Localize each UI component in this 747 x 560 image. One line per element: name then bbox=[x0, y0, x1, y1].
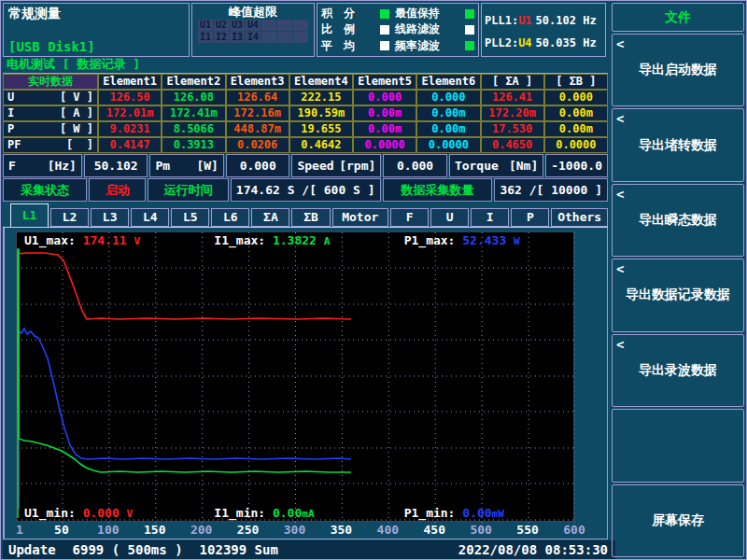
x-axis-ticks: 150100150200250300350400450500550600 bbox=[16, 523, 574, 538]
soft-key-arrow-icon: < bbox=[616, 36, 624, 51]
i1-min-readout: I1_min: 0.00mA bbox=[214, 506, 379, 520]
screen-save-button[interactable]: 屏幕保存 bbox=[612, 484, 744, 557]
tab-l2[interactable]: L2 bbox=[50, 208, 89, 227]
tab-sigma-b[interactable]: ΣB bbox=[291, 208, 330, 227]
x-tick-350: 350 bbox=[331, 523, 352, 538]
tab-i[interactable]: I bbox=[471, 208, 509, 227]
x-tick-150: 150 bbox=[144, 523, 165, 538]
peak-cell-empty bbox=[277, 32, 292, 43]
pll1-frequency: 50.102 Hz bbox=[536, 14, 597, 27]
pll-box: PLL1:U150.102 Hz PLL2:U450.035 Hz bbox=[481, 3, 606, 57]
tab-l3[interactable]: L3 bbox=[91, 208, 129, 227]
indicator-freq-filter: 频率滤波 bbox=[395, 38, 474, 54]
peak-current-row: I1I2I3I4 bbox=[194, 32, 312, 43]
waveform-plot: U1_max: 174.11 V I1_max: 1.3822 A P1_max… bbox=[16, 231, 574, 522]
empty-soft-key[interactable] bbox=[612, 409, 744, 482]
value-i-col3: 190.59m bbox=[289, 105, 353, 121]
tab-l6[interactable]: L6 bbox=[211, 208, 249, 227]
peak-cell-empty bbox=[293, 32, 308, 43]
row-label-u: U[ V ] bbox=[3, 90, 98, 105]
value-p-col7: 0.00m bbox=[544, 121, 608, 137]
speed-label: Speed[rpm] bbox=[291, 154, 381, 177]
column-header-3: Element4 bbox=[289, 74, 353, 90]
export-waveform-record-button[interactable]: <导出录波数据 bbox=[612, 334, 744, 407]
value-pf-col2: 0.0206 bbox=[226, 137, 289, 153]
value-u-col7: 0.000 bbox=[544, 90, 608, 105]
soft-key-arrow-icon: < bbox=[616, 187, 624, 202]
pll2-source: U4 bbox=[518, 36, 531, 49]
export-locked-rotor-data-button[interactable]: <导出堵转数据 bbox=[612, 108, 744, 181]
peak-cell-u1: U1 bbox=[198, 20, 213, 31]
line-filter-lamp bbox=[465, 25, 474, 35]
tab-l4[interactable]: L4 bbox=[131, 208, 169, 227]
tab-others[interactable]: Others bbox=[551, 208, 608, 227]
peak-cell-empty bbox=[261, 32, 276, 43]
max-hold-lamp bbox=[465, 9, 474, 19]
table-corner-realtime-data: 实时数据 bbox=[3, 74, 98, 90]
i1-max-readout: I1_max: 1.3822 A bbox=[214, 233, 379, 247]
tab-l1[interactable]: L1 bbox=[10, 203, 49, 227]
min-labels-row: U1_min: 0.000 V I1_min: 0.00mA P1_min: 0… bbox=[24, 506, 570, 520]
column-header-4: Element5 bbox=[353, 74, 416, 90]
peak-cell-u2: U2 bbox=[214, 20, 229, 31]
value-u-col1: 126.08 bbox=[162, 90, 225, 105]
soft-key-arrow-icon: < bbox=[616, 261, 624, 276]
x-tick-400: 400 bbox=[377, 523, 399, 538]
waveform-canvas bbox=[17, 232, 575, 523]
value-u-col4: 0.000 bbox=[353, 90, 416, 105]
torque-value: -1000.0 bbox=[545, 154, 608, 177]
trace-p1 bbox=[19, 329, 351, 509]
average-lamp bbox=[380, 41, 389, 50]
column-header-7: [ ΣB ] bbox=[544, 74, 608, 90]
page-title: 常规测量 bbox=[8, 6, 184, 22]
x-tick-1: 1 bbox=[16, 523, 23, 538]
export-transient-data-button[interactable]: <导出瞬态数据 bbox=[612, 184, 744, 257]
update-count: 6999 ( 500ms ) bbox=[73, 542, 183, 557]
x-tick-50: 50 bbox=[54, 523, 69, 538]
soft-key-arrow-icon: < bbox=[616, 111, 624, 126]
power-analyzer-screen: 常规测量 [USB Disk1] 峰值超限 U1U2U3U4 I1I2I3I4 … bbox=[0, 0, 747, 560]
value-i-col4: 0.00m bbox=[353, 105, 416, 121]
freq-value: 50.102 bbox=[84, 154, 148, 177]
peak-cell-u3: U3 bbox=[230, 20, 245, 31]
value-p-col3: 19.655 bbox=[289, 121, 353, 137]
peak-cell-i2: I2 bbox=[214, 32, 229, 43]
x-tick-450: 450 bbox=[424, 523, 445, 538]
value-u-col2: 126.64 bbox=[226, 90, 289, 105]
runtime-label: 运行时间 bbox=[148, 178, 228, 202]
channel-tab-bar: L1L2L3L4L5L6ΣAΣBMotorFUIPOthers bbox=[3, 204, 608, 228]
tab-u[interactable]: U bbox=[430, 208, 469, 227]
pll1-source: U1 bbox=[518, 14, 531, 27]
tab-sigma-a[interactable]: ΣA bbox=[251, 208, 289, 227]
peak-cell-u4: U4 bbox=[246, 20, 261, 31]
value-pf-col6: 0.4650 bbox=[481, 137, 544, 153]
max-labels-row: U1_max: 174.11 V I1_max: 1.3822 A P1_max… bbox=[24, 233, 570, 247]
pm-value: 0.000 bbox=[226, 154, 290, 177]
trace-u1 bbox=[18, 253, 351, 407]
peak-cell-empty bbox=[261, 20, 276, 31]
value-p-col4: 0.00m bbox=[353, 121, 416, 137]
peak-cell-empty bbox=[293, 20, 308, 31]
sidebar-title: 文件 bbox=[612, 3, 744, 32]
export-start-data-button[interactable]: <导出启动数据 bbox=[612, 34, 744, 106]
peak-over-limit-title: 峰值超限 bbox=[194, 5, 312, 19]
value-u-col5: 0.000 bbox=[416, 90, 480, 105]
value-u-col3: 222.15 bbox=[289, 90, 353, 105]
value-p-col0: 9.0231 bbox=[98, 121, 162, 137]
sum-count: 102399 Sum bbox=[200, 542, 278, 557]
tab-f[interactable]: F bbox=[390, 208, 429, 227]
export-data-record-button[interactable]: <导出数据记录数据 bbox=[612, 259, 744, 331]
x-tick-200: 200 bbox=[190, 523, 212, 538]
value-i-col2: 172.16m bbox=[226, 105, 289, 121]
tab-motor[interactable]: Motor bbox=[332, 208, 389, 227]
value-p-col1: 8.5066 bbox=[162, 121, 225, 137]
value-pf-col0: 0.4147 bbox=[98, 137, 162, 153]
trace-i1 bbox=[18, 249, 351, 518]
x-tick-600: 600 bbox=[563, 523, 585, 538]
indicator-integrate: 积 分 bbox=[321, 6, 389, 21]
indicator-max-hold: 最值保持 bbox=[395, 6, 474, 21]
tab-p[interactable]: P bbox=[511, 208, 549, 227]
tab-l5[interactable]: L5 bbox=[171, 208, 209, 227]
p1-max-readout: P1_max: 52.433 W bbox=[404, 233, 570, 247]
indicator-scaling: 比 例 bbox=[321, 21, 389, 37]
